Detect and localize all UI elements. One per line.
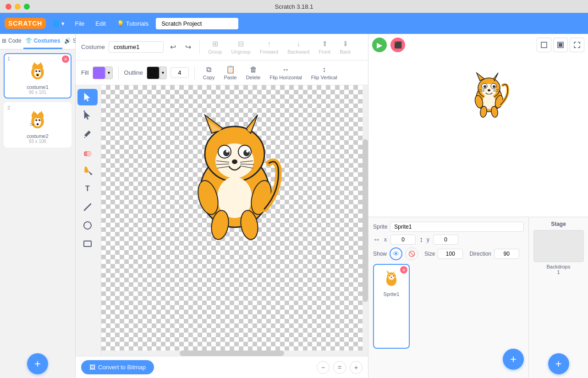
cat-drawing	[170, 99, 299, 246]
stage-view-buttons	[537, 38, 584, 52]
delete-button[interactable]: 🗑 Delete	[243, 64, 264, 82]
back-button[interactable]: ⬇ Back	[337, 38, 353, 56]
toolbar-sep-2	[118, 66, 119, 80]
stage-mini-panel: Stage Backdrops 1 +	[528, 217, 588, 378]
size-input[interactable]	[438, 249, 463, 259]
rect-tool[interactable]	[77, 236, 98, 252]
globe-menu[interactable]: 🌐 ▾	[49, 18, 67, 29]
convert-bitmap-button[interactable]: 🖼 Convert to Bitmap	[81, 360, 154, 374]
outline-dropdown-arrow[interactable]: ▾	[159, 66, 167, 79]
svg-marker-3	[33, 62, 36, 65]
sprite1-thumb	[379, 268, 403, 290]
reshape-tool[interactable]	[77, 107, 98, 124]
svg-marker-16	[40, 110, 43, 113]
flip-vertical-button[interactable]: ↕ Flip Vertical	[308, 64, 340, 82]
fill-tool[interactable]	[77, 162, 98, 179]
y-input[interactable]	[433, 235, 458, 245]
svg-point-43	[226, 150, 229, 153]
svg-point-20	[35, 119, 37, 121]
fullscreen-button[interactable]	[570, 38, 584, 52]
globe-arrow: ▾	[61, 20, 65, 27]
sprite-delete-button[interactable]: ✕	[400, 266, 407, 274]
ungroup-button[interactable]: ⊟ Ungroup	[229, 38, 253, 56]
copy-button[interactable]: ⧉ Copy	[200, 64, 218, 82]
brush-tool[interactable]	[77, 126, 98, 142]
edit-menu[interactable]: Edit	[92, 18, 109, 29]
costume-item-2[interactable]: 2	[4, 102, 71, 148]
file-menu[interactable]: File	[71, 18, 88, 29]
svg-point-14	[38, 112, 44, 119]
x-input[interactable]	[390, 235, 416, 245]
tab-costumes[interactable]: 👕 Costumes	[23, 34, 62, 49]
small-stage-button[interactable]	[537, 38, 551, 52]
maximize-button[interactable]	[24, 4, 30, 10]
zoom-in-button[interactable]: +	[350, 361, 363, 374]
tab-code[interactable]: ⊞ Code	[0, 34, 23, 49]
svg-point-89	[393, 275, 394, 276]
toolbar-sep-1	[199, 40, 200, 54]
x-label: x	[384, 236, 387, 243]
circle-tool[interactable]	[77, 217, 98, 234]
zoom-reset-button[interactable]: =	[333, 361, 346, 374]
zoom-out-button[interactable]: −	[317, 361, 330, 374]
minimize-button[interactable]	[15, 4, 21, 10]
flip-horizontal-button[interactable]: ↔ Flip Horizontal	[267, 64, 304, 82]
add-costume-button[interactable]: +	[27, 353, 48, 374]
sprite-label: Sprite	[373, 224, 387, 230]
large-stage-button[interactable]	[553, 38, 568, 52]
paste-button[interactable]: 📋 Paste	[221, 63, 240, 82]
line-tool[interactable]	[77, 199, 98, 215]
sprite-name-input[interactable]	[390, 222, 524, 232]
costume-delete-1[interactable]: ✕	[62, 55, 69, 63]
stop-button[interactable]: ⬛	[390, 38, 405, 52]
front-button[interactable]: ⬆ Front	[316, 38, 333, 56]
project-name-input[interactable]	[156, 18, 238, 29]
svg-marker-64	[477, 73, 484, 81]
costume2-name: costume2	[27, 133, 49, 139]
canvas-area: T	[76, 85, 368, 356]
select-tool[interactable]	[77, 89, 98, 105]
canvas-scrollbar[interactable]	[363, 85, 368, 356]
sprite-card-sprite1[interactable]: ✕ Sprite1	[373, 264, 410, 349]
add-backdrop-button[interactable]: +	[548, 353, 569, 374]
close-button[interactable]	[5, 4, 11, 10]
costume-name-field[interactable]	[109, 41, 164, 53]
backward-button[interactable]: ↓ Backward	[285, 38, 312, 56]
fill-dropdown-arrow[interactable]: ▾	[105, 66, 113, 79]
add-sprite-button[interactable]: +	[503, 349, 524, 370]
costume-item-1[interactable]: 1 ✕	[4, 53, 71, 99]
forward-icon: ↑	[267, 40, 271, 48]
tutorials-button[interactable]: 💡 Tutorials	[113, 18, 152, 29]
costume2-preview	[24, 107, 51, 132]
svg-point-22	[37, 123, 38, 125]
right-panel: ▶ ⬛	[368, 34, 588, 378]
flip-left-button[interactable]: ↩	[167, 41, 179, 53]
show-button[interactable]: 👁	[390, 247, 402, 260]
left-panel: ⊞ Code 👕 Costumes 🔊 Sounds 1 ✕	[0, 34, 76, 378]
stage-mini-label: Stage	[551, 221, 566, 227]
show-controls: Show 👁 🚫 Size Direction	[373, 247, 524, 260]
outline-color-swatch[interactable]	[147, 66, 159, 79]
svg-marker-15	[33, 110, 35, 113]
text-tool[interactable]: T	[77, 181, 98, 197]
drawing-canvas[interactable]	[101, 85, 368, 356]
ungroup-icon: ⊟	[238, 39, 244, 48]
svg-point-69	[484, 85, 486, 88]
group-button[interactable]: ⊞ Group	[205, 38, 225, 56]
green-flag-button[interactable]: ▶	[372, 38, 387, 52]
flip-left-icon: ↩	[170, 43, 176, 51]
scrollbar-thumb[interactable]	[363, 139, 368, 302]
eraser-tool[interactable]	[77, 144, 98, 160]
hide-button[interactable]: 🚫	[405, 247, 418, 260]
direction-input[interactable]	[494, 249, 519, 259]
forward-button[interactable]: ↑ Forward	[257, 38, 281, 56]
canvas-bottom-scrollbar[interactable]	[101, 351, 363, 356]
delete-icon: 🗑	[250, 66, 257, 74]
thickness-input[interactable]	[170, 67, 189, 78]
flip-right-button[interactable]: ↪	[182, 41, 194, 53]
x-arrow-icon: ↔	[373, 236, 380, 244]
stage-thumbnail[interactable]	[533, 230, 584, 262]
svg-point-13	[32, 112, 37, 119]
fill-color-swatch[interactable]	[93, 66, 105, 79]
svg-marker-4	[39, 62, 42, 65]
